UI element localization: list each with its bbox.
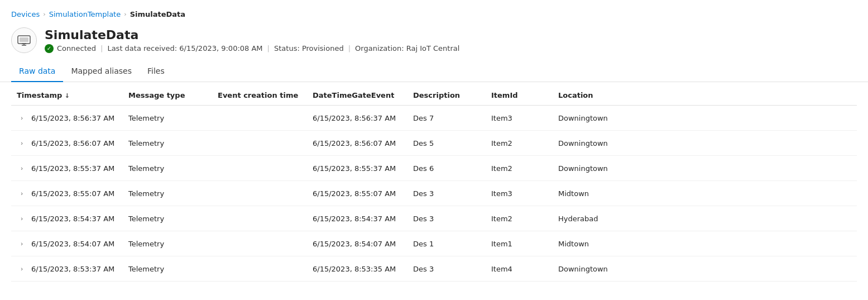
row-expand-button[interactable]: › xyxy=(17,188,27,198)
table-row: › 6/15/2023, 8:56:07 AM Telemetry6/15/20… xyxy=(11,131,857,156)
col-header-description[interactable]: Description xyxy=(407,84,486,106)
event-creation-value xyxy=(212,106,307,131)
datetime-gate-value: 6/15/2023, 8:54:37 AM xyxy=(307,206,407,231)
breadcrumb-sep-1: › xyxy=(43,11,45,18)
row-expand-button[interactable]: › xyxy=(17,138,27,148)
timestamp-value: 6/15/2023, 8:56:07 AM xyxy=(31,139,114,147)
row-expand-button[interactable]: › xyxy=(17,113,27,123)
col-header-event-creation[interactable]: Event creation time xyxy=(212,84,307,106)
location-value: Midtown xyxy=(553,231,857,256)
org-label: Organization: Raj IoT Central xyxy=(355,44,459,53)
tab-raw-data[interactable]: Raw data xyxy=(11,62,63,82)
row-expand-button[interactable]: › xyxy=(17,264,27,274)
event-creation-value xyxy=(212,206,307,231)
itemid-value: Item1 xyxy=(486,231,553,256)
message-type-value: Telemetry xyxy=(123,206,212,231)
location-value: Downingtown xyxy=(553,106,857,131)
description-value: Des 3 xyxy=(407,181,486,206)
datetime-gate-value: 6/15/2023, 8:53:35 AM xyxy=(307,256,407,282)
connected-status-icon xyxy=(45,44,54,53)
datetime-gate-value: 6/15/2023, 8:55:07 AM xyxy=(307,181,407,206)
datetime-gate-value: 6/15/2023, 8:56:37 AM xyxy=(307,106,407,131)
device-status-line: Connected | Last data received: 6/15/202… xyxy=(45,44,459,53)
itemid-value: Item3 xyxy=(486,106,553,131)
description-value: Des 3 xyxy=(407,206,486,231)
event-creation-value xyxy=(212,181,307,206)
table-row: › 6/15/2023, 8:56:37 AM Telemetry6/15/20… xyxy=(11,106,857,131)
datetime-gate-value: 6/15/2023, 8:56:07 AM xyxy=(307,131,407,156)
itemid-value: Item2 xyxy=(486,131,553,156)
breadcrumb-current: SimulateData xyxy=(130,10,185,18)
row-expand-button[interactable]: › xyxy=(17,239,27,249)
timestamp-value: 6/15/2023, 8:55:07 AM xyxy=(31,189,114,198)
col-header-datetime-gate[interactable]: DateTimeGateEvent xyxy=(307,84,407,106)
description-value: Des 3 xyxy=(407,256,486,282)
itemid-value: Item3 xyxy=(486,181,553,206)
device-title-block: SimulateData Connected | Last data recei… xyxy=(45,28,459,53)
breadcrumb-simulation-template[interactable]: SimulationTemplate xyxy=(49,10,121,18)
table-row: › 6/15/2023, 8:55:07 AM Telemetry6/15/20… xyxy=(11,181,857,206)
col-header-itemid[interactable]: ItemId xyxy=(486,84,553,106)
device-title: SimulateData xyxy=(45,28,459,42)
connected-label: Connected xyxy=(57,44,96,53)
location-value: Hyderabad xyxy=(553,206,857,231)
table-row: › 6/15/2023, 8:55:37 AM Telemetry6/15/20… xyxy=(11,156,857,181)
table-header-row: Timestamp ↓ Message type Event creation … xyxy=(11,84,857,106)
message-type-value: Telemetry xyxy=(123,231,212,256)
col-header-location[interactable]: Location xyxy=(553,84,857,106)
location-value: Downingtown xyxy=(553,131,857,156)
data-table: Timestamp ↓ Message type Event creation … xyxy=(11,84,857,282)
col-header-message-type[interactable]: Message type xyxy=(123,84,212,106)
tab-files[interactable]: Files xyxy=(140,62,172,82)
location-value: Downingtown xyxy=(553,256,857,282)
tabs: Raw data Mapped aliases Files xyxy=(0,62,868,82)
event-creation-value xyxy=(212,256,307,282)
timestamp-value: 6/15/2023, 8:54:07 AM xyxy=(31,240,114,248)
table-row: › 6/15/2023, 8:54:37 AM Telemetry6/15/20… xyxy=(11,206,857,231)
message-type-value: Telemetry xyxy=(123,106,212,131)
timestamp-value: 6/15/2023, 8:55:37 AM xyxy=(31,164,114,173)
timestamp-value: 6/15/2023, 8:53:37 AM xyxy=(31,265,114,273)
datetime-gate-value: 6/15/2023, 8:55:37 AM xyxy=(307,156,407,181)
message-type-value: Telemetry xyxy=(123,131,212,156)
location-value: Downingtown xyxy=(553,156,857,181)
breadcrumb-devices[interactable]: Devices xyxy=(11,10,40,18)
event-creation-value xyxy=(212,231,307,256)
device-icon xyxy=(11,27,37,53)
tab-mapped-aliases[interactable]: Mapped aliases xyxy=(63,62,140,82)
svg-rect-1 xyxy=(20,37,28,42)
itemid-value: Item2 xyxy=(486,206,553,231)
timestamp-value: 6/15/2023, 8:56:37 AM xyxy=(31,114,114,122)
message-type-value: Telemetry xyxy=(123,256,212,282)
table-container: Timestamp ↓ Message type Event creation … xyxy=(0,84,868,282)
event-creation-value xyxy=(212,156,307,181)
breadcrumb: Devices › SimulationTemplate › SimulateD… xyxy=(0,0,868,24)
event-creation-value xyxy=(212,131,307,156)
message-type-value: Telemetry xyxy=(123,181,212,206)
description-value: Des 1 xyxy=(407,231,486,256)
row-expand-button[interactable]: › xyxy=(17,163,27,173)
timestamp-value: 6/15/2023, 8:54:37 AM xyxy=(31,215,114,223)
datetime-gate-value: 6/15/2023, 8:54:07 AM xyxy=(307,231,407,256)
device-header: SimulateData Connected | Last data recei… xyxy=(0,24,868,59)
last-data-label: Last data received: 6/15/2023, 9:00:08 A… xyxy=(107,44,262,53)
location-value: Midtown xyxy=(553,181,857,206)
description-value: Des 5 xyxy=(407,131,486,156)
description-value: Des 6 xyxy=(407,156,486,181)
itemid-value: Item2 xyxy=(486,156,553,181)
table-row: › 6/15/2023, 8:54:07 AM Telemetry6/15/20… xyxy=(11,231,857,256)
breadcrumb-sep-2: › xyxy=(124,11,126,18)
col-header-timestamp[interactable]: Timestamp ↓ xyxy=(11,84,123,106)
row-expand-button[interactable]: › xyxy=(17,213,27,223)
description-value: Des 7 xyxy=(407,106,486,131)
message-type-value: Telemetry xyxy=(123,156,212,181)
itemid-value: Item4 xyxy=(486,256,553,282)
status-label: Status: Provisioned xyxy=(274,44,344,53)
table-row: › 6/15/2023, 8:53:37 AM Telemetry6/15/20… xyxy=(11,256,857,282)
sort-arrow: ↓ xyxy=(65,92,70,99)
